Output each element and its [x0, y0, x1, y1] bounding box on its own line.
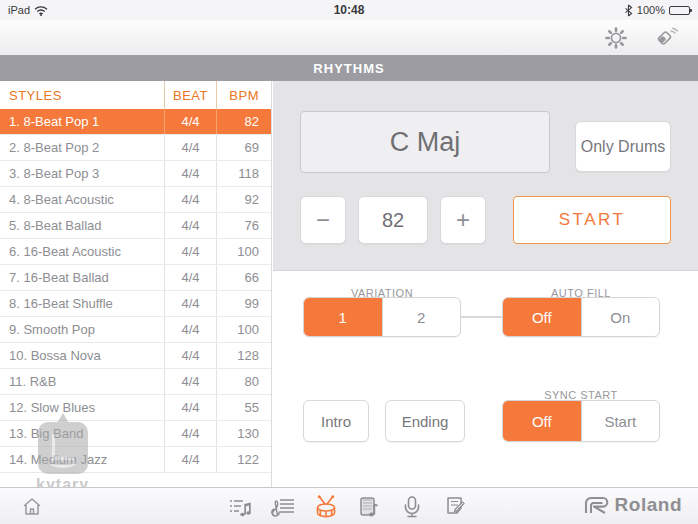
page-title: RHYTHMS — [313, 61, 384, 76]
playback-zone: C Maj Only Drums − 82 + START — [273, 81, 698, 271]
table-row[interactable]: 10. Bossa Nova 4/4 128 — [0, 343, 271, 369]
style-bpm: 66 — [217, 265, 271, 290]
style-beat: 4/4 — [165, 187, 217, 212]
settings-gear-icon[interactable] — [602, 24, 630, 52]
style-name: 14. Medium Jazz — [0, 447, 165, 472]
style-bpm: 128 — [217, 343, 271, 368]
style-beat: 4/4 — [165, 109, 217, 134]
table-row[interactable]: 2. 8-Beat Pop 2 4/4 69 — [0, 135, 271, 161]
notepad-edit-icon[interactable] — [439, 491, 471, 523]
style-name: 7. 16-Beat Ballad — [0, 265, 165, 290]
style-bpm: 99 — [217, 291, 271, 316]
table-row[interactable]: 8. 16-Beat Shuffle 4/4 99 — [0, 291, 271, 317]
table-row[interactable]: 13. Big Band 4/4 130 — [0, 421, 271, 447]
style-beat: 4/4 — [165, 317, 217, 342]
style-beat: 4/4 — [165, 369, 217, 394]
table-row[interactable]: 5. 8-Beat Ballad 4/4 76 — [0, 213, 271, 239]
styles-table: STYLES BEAT BPM 1. 8-Beat Pop 1 4/4 82 2… — [0, 81, 272, 487]
col-header-styles: STYLES — [0, 81, 165, 109]
style-name: 3. 8-Beat Pop 3 — [0, 161, 165, 186]
home-icon[interactable] — [16, 491, 48, 523]
clock: 10:48 — [128, 3, 570, 17]
device-connect-icon[interactable] — [652, 24, 680, 52]
auto-fill-off[interactable]: Off — [503, 298, 581, 336]
col-header-beat: BEAT — [165, 81, 217, 109]
auto-fill-on[interactable]: On — [581, 298, 660, 336]
table-row[interactable]: 9. Smooth Pop 4/4 100 — [0, 317, 271, 343]
top-toolbar — [0, 20, 698, 55]
variation-option-1[interactable]: 1 — [304, 298, 382, 336]
rhythm-controls-panel: C Maj Only Drums − 82 + START VARIATION … — [273, 81, 698, 487]
style-name: 2. 8-Beat Pop 2 — [0, 135, 165, 160]
style-name: 9. Smooth Pop — [0, 317, 165, 342]
instrument-song-icon[interactable] — [353, 491, 385, 523]
style-beat: 4/4 — [165, 395, 217, 420]
table-row[interactable]: 7. 16-Beat Ballad 4/4 66 — [0, 265, 271, 291]
tempo-plus-button[interactable]: + — [440, 196, 486, 244]
ending-button[interactable]: Ending — [385, 400, 465, 442]
bluetooth-icon — [624, 4, 633, 17]
variation-option-2[interactable]: 2 — [382, 298, 461, 336]
table-row[interactable]: 1. 8-Beat Pop 1 4/4 82 — [0, 109, 271, 135]
only-drums-button[interactable]: Only Drums — [575, 121, 671, 172]
carrier-label: iPad — [8, 4, 30, 16]
battery-label: 100% — [637, 4, 665, 16]
variation-segmented-control: 1 2 — [303, 297, 461, 337]
table-row[interactable]: 4. 8-Beat Acoustic 4/4 92 — [0, 187, 271, 213]
style-name: 10. Bossa Nova — [0, 343, 165, 368]
style-name: 1. 8-Beat Pop 1 — [0, 109, 165, 134]
app-screen: iPad 10:48 100% — [0, 0, 698, 524]
bottom-toolbar: Roland — [0, 487, 698, 524]
style-bpm: 76 — [217, 213, 271, 238]
style-name: 12. Slow Blues — [0, 395, 165, 420]
style-bpm: 55 — [217, 395, 271, 420]
page-title-bar: RHYTHMS — [0, 55, 698, 81]
style-bpm: 100 — [217, 239, 271, 264]
style-bpm: 118 — [217, 161, 271, 186]
style-name: 6. 16-Beat Acoustic — [0, 239, 165, 264]
style-beat: 4/4 — [165, 265, 217, 290]
style-name: 5. 8-Beat Ballad — [0, 213, 165, 238]
table-row[interactable]: 3. 8-Beat Pop 3 4/4 118 — [0, 161, 271, 187]
style-name: 11. R&B — [0, 369, 165, 394]
sheet-music-icon[interactable] — [267, 491, 299, 523]
song-list-icon[interactable] — [224, 491, 256, 523]
style-beat: 4/4 — [165, 291, 217, 316]
wifi-icon — [34, 5, 48, 16]
chord-display: C Maj — [300, 111, 550, 173]
style-beat: 4/4 — [165, 447, 217, 472]
sync-start-segmented-control: Off Start — [502, 400, 660, 442]
style-name: 8. 16-Beat Shuffle — [0, 291, 165, 316]
col-header-bpm: BPM — [217, 81, 271, 109]
styles-table-body: 1. 8-Beat Pop 1 4/4 82 2. 8-Beat Pop 2 4… — [0, 109, 271, 473]
style-beat: 4/4 — [165, 343, 217, 368]
connector-line — [461, 316, 503, 318]
microphone-icon[interactable] — [396, 491, 428, 523]
status-bar: iPad 10:48 100% — [0, 0, 698, 20]
style-bpm: 80 — [217, 369, 271, 394]
sync-start-off[interactable]: Off — [503, 401, 581, 441]
style-bpm: 122 — [217, 447, 271, 472]
style-bpm: 100 — [217, 317, 271, 342]
intro-button[interactable]: Intro — [303, 400, 369, 442]
style-name: 4. 8-Beat Acoustic — [0, 187, 165, 212]
table-row[interactable]: 12. Slow Blues 4/4 55 — [0, 395, 271, 421]
brand-name: Roland — [615, 494, 682, 516]
style-beat: 4/4 — [165, 135, 217, 160]
auto-fill-segmented-control: Off On — [502, 297, 660, 337]
roland-logo: Roland — [584, 494, 682, 516]
tempo-value: 82 — [358, 196, 428, 244]
style-beat: 4/4 — [165, 239, 217, 264]
table-row[interactable]: 14. Medium Jazz 4/4 122 — [0, 447, 271, 473]
style-bpm: 69 — [217, 135, 271, 160]
start-button[interactable]: START — [513, 196, 671, 244]
style-beat: 4/4 — [165, 421, 217, 446]
style-bpm: 82 — [217, 109, 271, 134]
tempo-minus-button[interactable]: − — [300, 196, 346, 244]
sync-start-start[interactable]: Start — [581, 401, 660, 441]
style-bpm: 92 — [217, 187, 271, 212]
table-header-row: STYLES BEAT BPM — [0, 81, 271, 109]
rhythms-drum-icon[interactable] — [310, 491, 342, 523]
table-row[interactable]: 6. 16-Beat Acoustic 4/4 100 — [0, 239, 271, 265]
table-row[interactable]: 11. R&B 4/4 80 — [0, 369, 271, 395]
